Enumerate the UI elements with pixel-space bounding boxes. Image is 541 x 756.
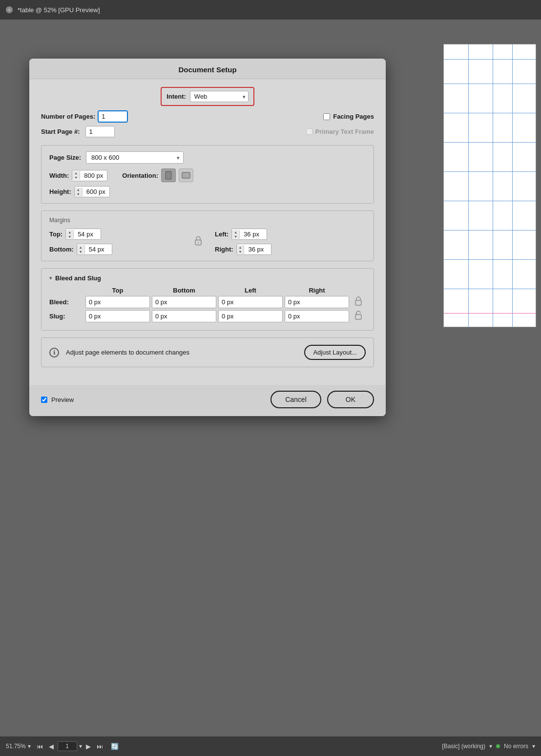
info-text: Adjust page elements to document changes <box>66 349 297 356</box>
preview-group: Preview <box>41 396 74 403</box>
top-margin-label: Top: <box>49 231 62 238</box>
svg-rect-1 <box>182 172 190 178</box>
status-right: [Basic] (working) ▾ No errors ▾ <box>442 743 535 750</box>
height-spinner: ▲ ▼ 600 px <box>74 186 110 197</box>
top-margin-value: 54 px <box>74 229 101 239</box>
left-margin-down[interactable]: ▼ <box>232 234 239 239</box>
slug-right-input[interactable] <box>285 310 349 322</box>
bleed-bottom-input[interactable] <box>152 296 216 308</box>
left-margin-row: Left: ▲ ▼ 36 px <box>215 229 366 240</box>
start-page-row: Start Page #: Primary Text Frame <box>41 126 374 137</box>
svg-rect-4 <box>355 300 361 305</box>
bleed-top-input[interactable] <box>85 296 150 308</box>
intent-row: Intent: Web Print Mobile <box>161 87 254 106</box>
facing-pages-group: Facing Pages <box>323 113 374 120</box>
left-margin-up[interactable]: ▲ <box>232 230 239 234</box>
page-options-button[interactable]: 🔄 <box>109 742 121 751</box>
bottom-margin-spinner: ▲ ▼ 54 px <box>77 244 112 255</box>
info-section: ℹ Adjust page elements to document chang… <box>41 337 374 367</box>
left-margin-spinner: ▲ ▼ 36 px <box>231 229 267 240</box>
left-margin-label: Left: <box>215 231 229 238</box>
page-size-section: Page Size: 800 x 600 A4 Letter Custom Wi… <box>41 145 374 204</box>
bleed-collapse-arrow[interactable]: ▾ <box>49 275 52 281</box>
top-margin-arrows: ▲ ▼ <box>66 230 74 239</box>
right-margin-up[interactable]: ▲ <box>237 245 244 250</box>
facing-pages-label: Facing Pages <box>333 113 374 120</box>
svg-rect-5 <box>355 315 361 319</box>
working-profile-chevron[interactable]: ▾ <box>489 743 492 750</box>
bleed-right-input[interactable] <box>285 296 349 308</box>
primary-text-frame-group: Primary Text Frame <box>306 128 374 135</box>
height-up-arrow[interactable]: ▲ <box>75 188 82 192</box>
slug-left-input[interactable] <box>218 310 283 322</box>
page-size-select[interactable]: 800 x 600 A4 Letter Custom <box>86 151 184 164</box>
slug-lock-icon[interactable] <box>351 310 366 322</box>
zoom-group: 51.75% ▾ <box>6 743 31 750</box>
cancel-button[interactable]: Cancel <box>270 391 321 408</box>
num-pages-input[interactable] <box>98 111 127 122</box>
slug-row-label: Slug: <box>49 313 83 320</box>
ok-button[interactable]: OK <box>327 391 374 408</box>
height-down-arrow[interactable]: ▼ <box>75 192 82 196</box>
close-icon: × <box>8 7 11 13</box>
primary-text-frame-checkbox[interactable] <box>306 128 312 135</box>
title-bar: × *table @ 52% [GPU Preview] <box>0 0 541 20</box>
page-size-row: Page Size: 800 x 600 A4 Letter Custom <box>49 151 366 164</box>
last-page-button[interactable]: ⏭ <box>95 742 105 751</box>
width-label: Width: <box>49 172 69 179</box>
preview-checkbox[interactable] <box>41 397 47 403</box>
wh-row: Width: ▲ ▼ 800 px Orientation: <box>49 168 366 182</box>
slug-bottom-input[interactable] <box>152 310 216 322</box>
top-margin-row: Top: ▲ ▼ 54 px <box>49 229 200 240</box>
start-page-input[interactable] <box>85 126 115 137</box>
first-page-button[interactable]: ⏮ <box>35 742 45 751</box>
bleed-left-input[interactable] <box>218 296 283 308</box>
bleed-lock-icon[interactable] <box>351 296 366 308</box>
landscape-icon <box>182 172 190 179</box>
intent-select-wrapper: Web Print Mobile <box>190 91 249 102</box>
margins-grid: Top: ▲ ▼ 54 px Left: <box>49 229 366 255</box>
width-group: Width: ▲ ▼ 800 px <box>49 170 107 181</box>
working-profile: [Basic] (working) <box>442 743 485 750</box>
width-up-arrow[interactable]: ▲ <box>72 171 80 175</box>
slug-data-row: Slug: <box>49 310 366 322</box>
no-errors-dot <box>496 744 500 748</box>
width-value: 800 px <box>80 170 107 181</box>
next-page-button[interactable]: ▶ <box>84 742 93 751</box>
landscape-button[interactable] <box>179 168 193 182</box>
dialog-footer: Preview Cancel OK <box>29 385 386 416</box>
bottom-margin-row: Bottom: ▲ ▼ 54 px <box>49 244 200 255</box>
intent-select[interactable]: Web Print Mobile <box>190 91 249 102</box>
zoom-value: 51.75% <box>6 743 26 750</box>
preview-label: Preview <box>51 396 74 403</box>
top-margin-up[interactable]: ▲ <box>66 230 73 234</box>
right-margin-row: Right: ▲ ▼ 36 px <box>215 244 366 255</box>
bottom-margin-down[interactable]: ▼ <box>77 250 84 254</box>
start-page-label: Start Page #: <box>41 128 80 135</box>
bleed-col-top: Top <box>85 287 150 294</box>
bleed-section-header: ▾ Bleed and Slug <box>49 274 366 282</box>
width-spinner: ▲ ▼ 800 px <box>72 170 107 181</box>
bottom-margin-label: Bottom: <box>49 246 74 253</box>
bottom-margin-up[interactable]: ▲ <box>77 245 84 250</box>
right-margin-down[interactable]: ▼ <box>237 250 244 254</box>
zoom-chevron-icon[interactable]: ▾ <box>28 743 31 750</box>
top-margin-down[interactable]: ▼ <box>66 234 73 239</box>
bottom-margin-value: 54 px <box>85 244 112 254</box>
orientation-group: Orientation: <box>122 168 193 182</box>
slug-top-input[interactable] <box>85 310 150 322</box>
page-select-chevron[interactable]: ▾ <box>79 743 82 750</box>
pages-row: Number of Pages: Facing Pages <box>41 111 374 122</box>
adjust-layout-button[interactable]: Adjust Layout... <box>304 345 366 360</box>
bottom-margin-arrows: ▲ ▼ <box>77 245 85 254</box>
margins-section: Margins Top: ▲ ▼ 54 px <box>41 210 374 261</box>
close-button[interactable]: × <box>6 6 13 13</box>
prev-page-button[interactable]: ◀ <box>47 742 56 751</box>
bleed-col-bottom: Bottom <box>152 287 216 294</box>
no-errors-chevron[interactable]: ▾ <box>532 743 535 750</box>
width-down-arrow[interactable]: ▼ <box>72 175 80 180</box>
margins-lock-icon[interactable] <box>194 236 203 248</box>
facing-pages-checkbox[interactable] <box>323 113 330 120</box>
page-number-input[interactable] <box>58 741 77 751</box>
portrait-button[interactable] <box>161 168 176 182</box>
